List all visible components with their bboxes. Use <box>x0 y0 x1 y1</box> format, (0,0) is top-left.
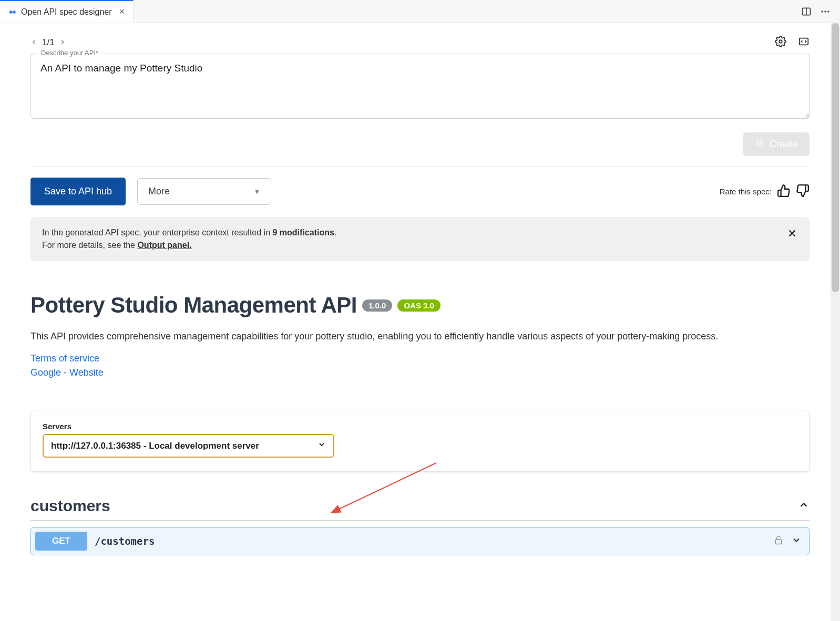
tab-title: Open API spec designer <box>21 7 112 17</box>
tab-active[interactable]: Open API spec designer × <box>0 0 134 23</box>
rate-spec-group: Rate this spec: <box>720 184 810 200</box>
magic-wand-icon <box>755 138 764 150</box>
save-button[interactable]: Save to API hub <box>30 178 126 205</box>
main-content: 1/1 Describe your API* Create Save <box>0 23 840 621</box>
endpoint-section: customers GET /customers <box>30 497 810 555</box>
terms-of-service-link[interactable]: Terms of service <box>30 353 810 364</box>
endpoint-row-actions <box>773 535 802 547</box>
page-nav-right <box>775 36 810 49</box>
svg-point-4 <box>827 11 829 12</box>
page-next-button[interactable] <box>59 37 66 48</box>
split-panel-icon[interactable] <box>801 6 812 17</box>
page-nav-row: 1/1 <box>30 36 810 49</box>
output-panel-link[interactable]: Output panel. <box>137 241 191 250</box>
servers-box: Servers http://127.0.0.1:36385 - Local d… <box>30 410 810 472</box>
tab-bar: Open API spec designer × <box>0 0 840 23</box>
create-button[interactable]: Create <box>743 132 810 156</box>
rate-label: Rate this spec: <box>720 187 772 196</box>
page-prev-button[interactable] <box>30 37 38 48</box>
close-icon[interactable] <box>786 226 798 244</box>
endpoint-tag-header[interactable]: customers <box>30 497 810 521</box>
more-label: More <box>148 186 170 197</box>
banner-text: In the generated API spec, your enterpri… <box>42 226 336 252</box>
thumbs-up-icon[interactable] <box>777 184 791 200</box>
svg-point-2 <box>822 11 823 12</box>
api-designer-tab-icon <box>7 7 17 17</box>
servers-dropdown[interactable]: http://127.0.0.1:36385 - Local developme… <box>43 434 334 458</box>
describe-api-input[interactable] <box>30 54 810 119</box>
svg-rect-9 <box>775 540 782 544</box>
chevron-down-icon[interactable] <box>791 535 802 547</box>
info-banner: In the generated API spec, your enterpri… <box>30 217 810 261</box>
scrollbar-thumb[interactable] <box>832 23 839 292</box>
servers-label: Servers <box>43 422 797 431</box>
action-row: Save to API hub More ▼ Rate this spec: <box>30 178 810 205</box>
http-method-badge: GET <box>35 532 87 551</box>
oas-badge: OAS 3.0 <box>397 299 441 312</box>
api-title: Pottery Studio Management API <box>30 293 357 318</box>
chevron-up-icon[interactable] <box>798 499 810 513</box>
tab-bar-actions <box>801 0 840 23</box>
modifications-count: 9 modifications <box>272 228 334 237</box>
settings-icon[interactable] <box>775 36 786 49</box>
endpoint-row[interactable]: GET /customers <box>30 527 810 555</box>
page-position: 1/1 <box>42 37 55 48</box>
api-title-row: Pottery Studio Management API 1.0.0 OAS … <box>30 293 810 318</box>
more-dropdown[interactable]: More ▼ <box>137 178 271 205</box>
endpoint-tag-name: customers <box>30 497 110 515</box>
create-label: Create <box>770 139 798 150</box>
version-badge: 1.0.0 <box>362 299 392 312</box>
website-link[interactable]: Google - Website <box>30 367 810 378</box>
describe-label: Describe your API* <box>38 49 101 57</box>
api-description: This API provides comprehensive manageme… <box>30 329 810 344</box>
api-links: Terms of service Google - Website <box>30 353 810 378</box>
scrollbar[interactable] <box>831 23 840 621</box>
endpoint-path: /customers <box>95 535 155 547</box>
kebab-menu-icon[interactable] <box>820 6 831 17</box>
servers-selected-value: http://127.0.0.1:36385 - Local developme… <box>51 441 259 451</box>
create-row: Create <box>30 132 810 167</box>
close-icon[interactable]: × <box>119 6 125 17</box>
svg-point-3 <box>824 11 826 12</box>
unlock-icon[interactable] <box>773 535 784 547</box>
chevron-down-icon <box>317 440 326 451</box>
page-nav-left: 1/1 <box>30 37 66 48</box>
caret-down-icon: ▼ <box>254 188 260 195</box>
code-view-icon[interactable] <box>798 36 810 49</box>
svg-point-5 <box>779 40 782 43</box>
thumbs-down-icon[interactable] <box>796 184 810 200</box>
describe-api-fieldset: Describe your API* <box>30 54 810 121</box>
